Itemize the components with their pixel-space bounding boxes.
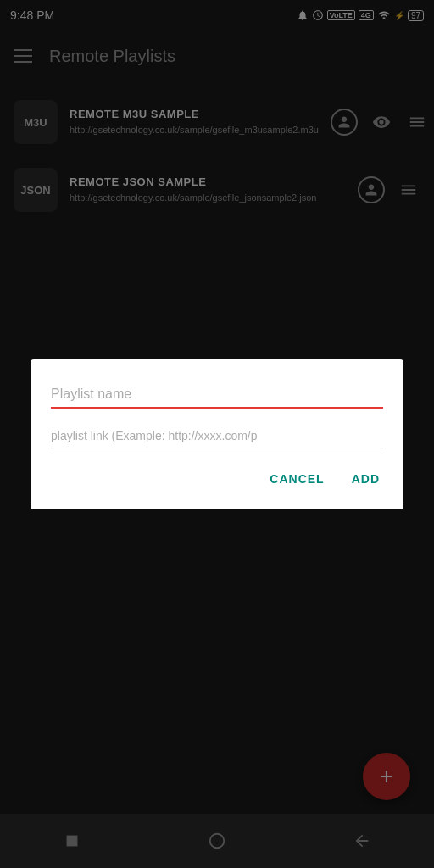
name-input-group [51,383,383,409]
dialog-actions: CANCEL ADD [51,465,383,492]
add-playlist-dialog: CANCEL ADD [31,359,403,509]
playlist-link-input[interactable] [51,426,383,448]
dialog-overlay: CANCEL ADD [0,0,434,868]
link-input-group [51,426,383,448]
cancel-button[interactable]: CANCEL [266,465,327,492]
add-button[interactable]: ADD [348,465,383,492]
playlist-name-input[interactable] [51,383,383,409]
